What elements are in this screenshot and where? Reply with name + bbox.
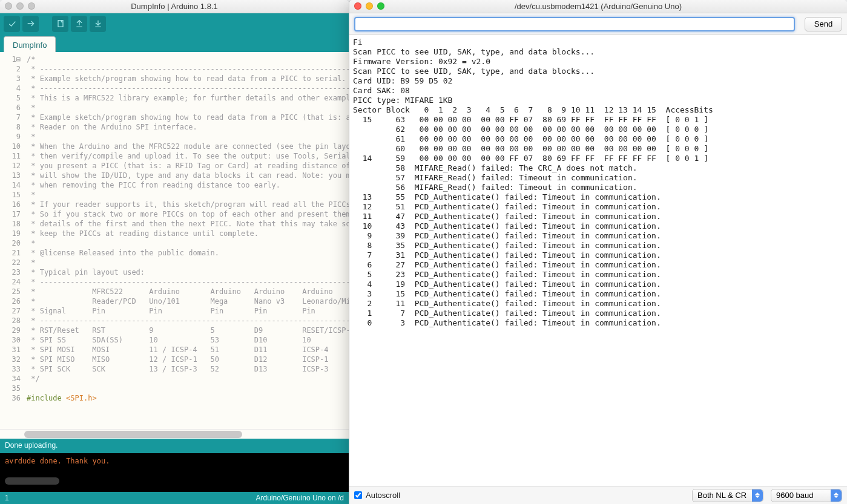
close-icon[interactable] (354, 2, 361, 10)
compile-console[interactable]: avrdude done. Thank you. (0, 453, 349, 492)
status-text: Done uploading. (5, 441, 58, 450)
svg-rect-1 (58, 21, 63, 27)
upload-button[interactable] (22, 16, 39, 32)
ide-footer: 1 Arduino/Genuino Uno on /d (0, 492, 349, 504)
line-ending-select[interactable]: Both NL & CR (692, 489, 763, 502)
editor-h-scrollbar[interactable] (0, 429, 349, 439)
code-editor[interactable]: 1⊟23456789101112131415161718192021222324… (0, 52, 349, 429)
chevron-updown-icon (752, 489, 763, 502)
code-area[interactable]: /* * -----------------------------------… (24, 52, 349, 429)
footer-line-number: 1 (5, 494, 9, 502)
serial-traffic-lights (354, 2, 384, 10)
open-sketch-button[interactable] (71, 16, 87, 32)
tab-label: DumpInfo (13, 41, 47, 50)
tab-dumpinfo[interactable]: DumpInfo (4, 36, 56, 52)
upload-status: Done uploading. (0, 439, 349, 453)
baud-value: 9600 baud (776, 491, 813, 500)
serial-input-row: Send (349, 13, 847, 35)
serial-titlebar[interactable]: /dev/cu.usbmodem1421 (Arduino/Genuino Un… (349, 0, 847, 13)
serial-footer: Autoscroll Both NL & CR 9600 baud (349, 486, 847, 504)
minimize-icon[interactable] (366, 2, 373, 10)
ide-tabs: DumpInfo (0, 34, 349, 52)
line-ending-value: Both NL & CR (697, 491, 746, 500)
zoom-icon[interactable] (28, 2, 35, 10)
send-button[interactable]: Send (805, 17, 842, 31)
serial-title: /dev/cu.usbmodem1421 (Arduino/Genuino Un… (515, 2, 682, 11)
verify-button[interactable] (4, 16, 20, 32)
footer-board-port: Arduino/Genuino Uno on /d (256, 494, 344, 502)
arduino-ide-window: DumpInfo | Arduino 1.8.1 DumpInfo 1⊟2345… (0, 0, 349, 504)
baud-select[interactable]: 9600 baud (771, 489, 842, 502)
ide-traffic-lights (5, 2, 35, 10)
new-sketch-button[interactable] (52, 16, 68, 32)
scroll-thumb[interactable] (24, 431, 242, 438)
ide-title: DumpInfo | Arduino 1.8.1 (131, 2, 218, 11)
autoscroll-checkbox[interactable]: Autoscroll (354, 491, 400, 500)
serial-input[interactable] (354, 17, 795, 31)
line-gutter: 1⊟23456789101112131415161718192021222324… (0, 52, 24, 429)
ide-toolbar (0, 13, 349, 34)
chevron-updown-icon (831, 489, 842, 502)
close-icon[interactable] (5, 2, 12, 10)
serial-monitor-window: /dev/cu.usbmodem1421 (Arduino/Genuino Un… (349, 0, 847, 504)
ide-titlebar[interactable]: DumpInfo | Arduino 1.8.1 (0, 0, 349, 13)
zoom-icon[interactable] (377, 2, 384, 10)
save-sketch-button[interactable] (90, 16, 106, 32)
minimize-icon[interactable] (16, 2, 24, 10)
autoscroll-input[interactable] (354, 491, 362, 499)
autoscroll-label: Autoscroll (366, 491, 400, 500)
console-line: avrdude done. Thank you. (5, 457, 344, 465)
serial-output[interactable]: Fi Scan PICC to see UID, SAK, type, and … (349, 35, 847, 486)
console-scroll-thumb[interactable] (5, 477, 59, 485)
